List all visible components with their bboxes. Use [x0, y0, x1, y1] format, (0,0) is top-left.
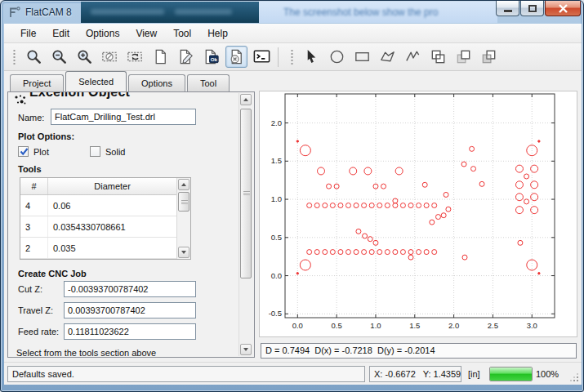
scroll-up-button[interactable] [178, 179, 189, 190]
toolbar-button-zoom-in[interactable] [74, 46, 96, 68]
menu-help[interactable]: Help [199, 25, 236, 42]
scroll-down-button[interactable] [178, 247, 189, 258]
drill-hole [430, 220, 435, 225]
toolbar-button-edit-file[interactable] [175, 46, 197, 68]
cnc-field-label: Travel Z: [18, 305, 53, 315]
toolbar-drag-handle[interactable] [12, 48, 16, 66]
scroll-thumb[interactable] [240, 109, 252, 278]
scroll-down-button[interactable] [240, 344, 252, 355]
drill-hole [400, 250, 405, 255]
shell-icon [252, 47, 271, 66]
progress-percent: 100% [536, 369, 559, 379]
drill-hole [417, 203, 421, 208]
table-cell: 4 [20, 195, 48, 216]
table-scrollbar[interactable] [176, 178, 190, 259]
menu-tool[interactable]: Tool [165, 25, 199, 42]
thumb-grip [181, 200, 188, 204]
solid-checkbox-row: Solid [90, 146, 125, 157]
toolbar-button-draw-path[interactable] [402, 46, 424, 68]
maximize-button[interactable] [520, 1, 544, 16]
scroll-up-button[interactable] [240, 94, 252, 105]
toolbar-button-save-ok[interactable] [200, 46, 222, 68]
plot-options-label: Plot Options: [18, 131, 74, 141]
toolbar-drag-handle[interactable] [290, 48, 294, 66]
menu-file[interactable]: File [12, 25, 44, 42]
drill-hole [323, 203, 328, 208]
table-row[interactable]: 40.06 [20, 195, 176, 216]
drill-hole [300, 145, 310, 156]
drill-hole [300, 260, 310, 270]
status-bar: Defaults saved. X: -0.6672 Y: 1.4359 [in… [4, 362, 582, 385]
triangle-down-icon [243, 348, 248, 351]
cnc-field-input-travel-z[interactable] [64, 302, 196, 318]
triangle-up-icon [243, 98, 248, 101]
replot-icon [126, 47, 145, 66]
panel-scrollbar[interactable] [239, 93, 253, 356]
toolbar-button-draw-circle[interactable] [326, 46, 348, 68]
tab-tool[interactable]: Tool [187, 74, 230, 91]
tab-selected[interactable]: Selected [65, 71, 127, 91]
subtract-icon [454, 47, 473, 66]
x-tick-label: 1.5 [409, 321, 420, 330]
name-input[interactable] [51, 109, 196, 125]
drill-hole [385, 250, 390, 255]
cnc-field-input-feed-rate[interactable] [64, 323, 196, 340]
toolbar-button-replot[interactable] [124, 46, 146, 68]
x-tick-label: 2.0 [448, 321, 459, 330]
table-row[interactable]: 30.0354330708661 [20, 216, 176, 238]
drill-hole [307, 203, 312, 208]
drill-hole [354, 250, 359, 255]
thumb-grip [243, 191, 250, 195]
menu-edit[interactable]: Edit [44, 25, 78, 42]
drill-hole [369, 203, 374, 208]
table-header-row: #Diameter [20, 178, 176, 195]
drill-hole [385, 203, 390, 208]
toolbar-button-delete-object[interactable] [225, 46, 247, 68]
titlebar[interactable]: FlatCAM 8 The screenshot below show the … [1, 1, 584, 24]
drill-hole [444, 192, 448, 197]
selected-pane: Excellon Object Name: Plot Options: Plot… [7, 91, 255, 358]
drill-hole [470, 146, 475, 151]
close-button[interactable] [545, 1, 581, 16]
tools-label: Tools [18, 164, 42, 174]
toolbar-button-union[interactable] [427, 46, 449, 68]
solid-checkbox[interactable] [90, 146, 100, 157]
toolbar-button-new-file[interactable] [149, 46, 172, 68]
triangle-up-icon [181, 183, 186, 186]
tab-options[interactable]: Options [128, 74, 185, 91]
toolbar-button-shell[interactable] [251, 46, 273, 68]
scroll-thumb[interactable] [178, 192, 189, 212]
delete-object-icon [227, 47, 246, 66]
toolbar-button-select-pointer[interactable] [301, 46, 323, 68]
resize-grip[interactable] [570, 373, 579, 382]
tab-bar: ProjectSelectedOptionsTool [4, 71, 582, 91]
menu-view[interactable]: View [127, 25, 165, 42]
y-tick-label: 1.5 [271, 156, 282, 165]
toolbar-button-draw-polygon[interactable] [377, 46, 399, 68]
toolbar-button-draw-rectangle[interactable] [351, 46, 373, 68]
plot-checkbox[interactable] [18, 146, 29, 157]
table-row[interactable]: 20.035 [20, 238, 176, 259]
drill-hole [381, 184, 386, 189]
drill-hole [338, 203, 343, 208]
cnc-field-input-cut-z[interactable] [64, 281, 196, 297]
drill-hole [515, 207, 523, 214]
toolbar-button-cut-path[interactable] [478, 46, 500, 68]
plot-checkbox-row: Plot [18, 146, 49, 157]
zoom-fit-icon [25, 47, 43, 66]
plot-canvas[interactable]: 0.00.51.01.52.02.53.0-0.50.00.51.01.52.0 [259, 91, 577, 337]
tab-project[interactable]: Project [10, 74, 64, 91]
plot-checkbox-label: Plot [33, 147, 49, 157]
check-icon [19, 146, 29, 157]
toolbar-button-zoom-fit[interactable] [23, 46, 45, 68]
drill-hole [524, 199, 529, 204]
menu-options[interactable]: Options [78, 25, 127, 42]
y-tick-label: 1.0 [271, 194, 282, 203]
toolbar-button-clear-plot[interactable] [99, 46, 121, 68]
drill-hole [435, 215, 440, 220]
minimize-button[interactable] [496, 1, 519, 16]
toolbar-button-subtract[interactable] [452, 46, 475, 68]
menu-bar: FileEditOptionsViewToolHelp [4, 24, 582, 43]
toolbar-button-zoom-out[interactable] [48, 46, 70, 68]
maximize-icon [528, 5, 537, 12]
